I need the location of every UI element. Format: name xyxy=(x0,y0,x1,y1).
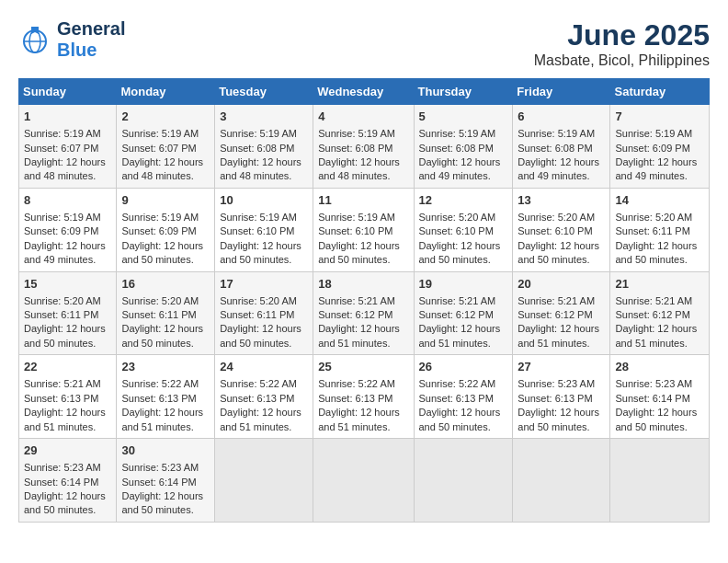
calendar-row: 1 Sunrise: 5:19 AM Sunset: 6:07 PM Dayli… xyxy=(19,105,710,189)
day-number: 3 xyxy=(220,109,308,125)
sunset-label: Sunset: 6:08 PM xyxy=(220,143,294,154)
day-number: 28 xyxy=(615,359,704,375)
logo-text: General Blue xyxy=(57,18,125,61)
calendar-cell xyxy=(313,439,414,523)
calendar-cell: 10 Sunrise: 5:19 AM Sunset: 6:10 PM Dayl… xyxy=(215,188,313,271)
day-number: 5 xyxy=(419,109,508,125)
day-number: 17 xyxy=(220,276,308,293)
sunset-label: Sunset: 6:13 PM xyxy=(220,393,294,404)
header-row: Sunday Monday Tuesday Wednesday Thursday… xyxy=(19,79,710,105)
calendar-cell: 30 Sunrise: 5:23 AM Sunset: 6:14 PM Dayl… xyxy=(117,439,215,523)
sunset-label: Sunset: 6:12 PM xyxy=(419,309,494,320)
sunrise-label: Sunrise: 5:20 AM xyxy=(419,212,496,223)
daylight-label: Daylight: 12 hours and 50 minutes. xyxy=(220,240,301,265)
title-block: June 2025 Masbate, Bicol, Philippines xyxy=(534,18,710,69)
day-number: 7 xyxy=(615,109,704,125)
calendar-cell: 13 Sunrise: 5:20 AM Sunset: 6:10 PM Dayl… xyxy=(513,188,610,271)
day-number: 21 xyxy=(615,276,704,293)
sunset-label: Sunset: 6:07 PM xyxy=(121,143,196,154)
day-number: 15 xyxy=(24,276,111,293)
calendar-cell: 17 Sunrise: 5:20 AM Sunset: 6:11 PM Dayl… xyxy=(215,271,313,355)
calendar-cell: 1 Sunrise: 5:19 AM Sunset: 6:07 PM Dayli… xyxy=(19,105,117,189)
sunset-label: Sunset: 6:11 PM xyxy=(615,225,689,236)
day-number: 27 xyxy=(518,359,605,375)
daylight-label: Daylight: 12 hours and 51 minutes. xyxy=(615,323,697,348)
daylight-label: Daylight: 12 hours and 48 minutes. xyxy=(220,156,301,181)
day-number: 8 xyxy=(24,192,111,209)
daylight-label: Daylight: 12 hours and 49 minutes. xyxy=(419,156,501,181)
sunrise-label: Sunrise: 5:21 AM xyxy=(615,295,692,306)
sunrise-label: Sunrise: 5:22 AM xyxy=(318,378,395,389)
sunset-label: Sunset: 6:10 PM xyxy=(518,225,592,236)
sunset-label: Sunset: 6:12 PM xyxy=(615,309,689,320)
logo-icon xyxy=(18,23,51,56)
col-saturday: Saturday xyxy=(610,79,710,105)
calendar-cell: 6 Sunrise: 5:19 AM Sunset: 6:08 PM Dayli… xyxy=(513,105,610,189)
sunset-label: Sunset: 6:10 PM xyxy=(318,225,392,236)
day-number: 10 xyxy=(220,192,308,209)
calendar-cell: 16 Sunrise: 5:20 AM Sunset: 6:11 PM Dayl… xyxy=(117,271,215,355)
calendar-cell: 19 Sunrise: 5:21 AM Sunset: 6:12 PM Dayl… xyxy=(414,271,513,355)
sunset-label: Sunset: 6:12 PM xyxy=(518,309,592,320)
calendar-cell: 21 Sunrise: 5:21 AM Sunset: 6:12 PM Dayl… xyxy=(610,271,710,355)
sunrise-label: Sunrise: 5:20 AM xyxy=(615,212,692,223)
sunset-label: Sunset: 6:10 PM xyxy=(220,225,294,236)
daylight-label: Daylight: 12 hours and 49 minutes. xyxy=(615,156,697,181)
sunset-label: Sunset: 6:14 PM xyxy=(121,477,196,488)
day-number: 6 xyxy=(518,109,605,125)
daylight-label: Daylight: 12 hours and 50 minutes. xyxy=(121,240,203,265)
sunrise-label: Sunrise: 5:19 AM xyxy=(419,128,496,139)
calendar-title: June 2025 xyxy=(534,18,710,52)
sunrise-label: Sunrise: 5:19 AM xyxy=(121,212,199,223)
sunset-label: Sunset: 6:07 PM xyxy=(24,143,98,154)
calendar-cell: 11 Sunrise: 5:19 AM Sunset: 6:10 PM Dayl… xyxy=(313,188,414,271)
sunset-label: Sunset: 6:13 PM xyxy=(24,393,98,404)
daylight-label: Daylight: 12 hours and 48 minutes. xyxy=(24,156,106,181)
sunrise-label: Sunrise: 5:20 AM xyxy=(121,295,199,306)
col-thursday: Thursday xyxy=(414,79,513,105)
calendar-cell: 5 Sunrise: 5:19 AM Sunset: 6:08 PM Dayli… xyxy=(414,105,513,189)
calendar-cell: 23 Sunrise: 5:22 AM Sunset: 6:13 PM Dayl… xyxy=(117,355,215,439)
calendar-cell: 28 Sunrise: 5:23 AM Sunset: 6:14 PM Dayl… xyxy=(610,355,710,439)
daylight-label: Daylight: 12 hours and 50 minutes. xyxy=(24,323,106,348)
sunrise-label: Sunrise: 5:19 AM xyxy=(121,128,199,139)
daylight-label: Daylight: 12 hours and 50 minutes. xyxy=(121,490,203,515)
sunset-label: Sunset: 6:08 PM xyxy=(518,143,592,154)
calendar-cell: 26 Sunrise: 5:22 AM Sunset: 6:13 PM Dayl… xyxy=(414,355,513,439)
col-sunday: Sunday xyxy=(19,79,117,105)
day-number: 18 xyxy=(318,276,408,293)
day-number: 11 xyxy=(318,192,408,209)
sunrise-label: Sunrise: 5:19 AM xyxy=(24,128,101,139)
daylight-label: Daylight: 12 hours and 50 minutes. xyxy=(121,323,203,348)
sunset-label: Sunset: 6:09 PM xyxy=(24,225,98,236)
calendar-cell xyxy=(215,439,313,523)
sunset-label: Sunset: 6:08 PM xyxy=(318,143,392,154)
daylight-label: Daylight: 12 hours and 50 minutes. xyxy=(24,490,106,515)
day-number: 30 xyxy=(121,442,210,459)
day-number: 19 xyxy=(419,276,508,293)
daylight-label: Daylight: 12 hours and 51 minutes. xyxy=(518,323,599,348)
daylight-label: Daylight: 12 hours and 51 minutes. xyxy=(419,323,501,348)
daylight-label: Daylight: 12 hours and 51 minutes. xyxy=(220,407,301,431)
calendar-cell: 9 Sunrise: 5:19 AM Sunset: 6:09 PM Dayli… xyxy=(117,188,215,271)
sunset-label: Sunset: 6:13 PM xyxy=(518,393,592,404)
sunrise-label: Sunrise: 5:19 AM xyxy=(518,128,595,139)
col-tuesday: Tuesday xyxy=(215,79,313,105)
sunset-label: Sunset: 6:10 PM xyxy=(419,225,494,236)
calendar-cell xyxy=(513,439,610,523)
daylight-label: Daylight: 12 hours and 50 minutes. xyxy=(419,240,501,265)
day-number: 24 xyxy=(220,359,308,375)
calendar-cell: 8 Sunrise: 5:19 AM Sunset: 6:09 PM Dayli… xyxy=(19,188,117,271)
daylight-label: Daylight: 12 hours and 51 minutes. xyxy=(318,323,400,348)
calendar-cell xyxy=(610,439,710,523)
calendar-row: 29 Sunrise: 5:23 AM Sunset: 6:14 PM Dayl… xyxy=(19,439,710,523)
sunset-label: Sunset: 6:09 PM xyxy=(121,225,196,236)
sunrise-label: Sunrise: 5:21 AM xyxy=(24,378,101,389)
col-friday: Friday xyxy=(513,79,610,105)
sunrise-label: Sunrise: 5:23 AM xyxy=(518,378,595,389)
calendar-cell: 29 Sunrise: 5:23 AM Sunset: 6:14 PM Dayl… xyxy=(19,439,117,523)
sunrise-label: Sunrise: 5:19 AM xyxy=(220,128,297,139)
calendar-cell: 3 Sunrise: 5:19 AM Sunset: 6:08 PM Dayli… xyxy=(215,105,313,189)
calendar-row: 22 Sunrise: 5:21 AM Sunset: 6:13 PM Dayl… xyxy=(19,355,710,439)
day-number: 25 xyxy=(318,359,408,375)
